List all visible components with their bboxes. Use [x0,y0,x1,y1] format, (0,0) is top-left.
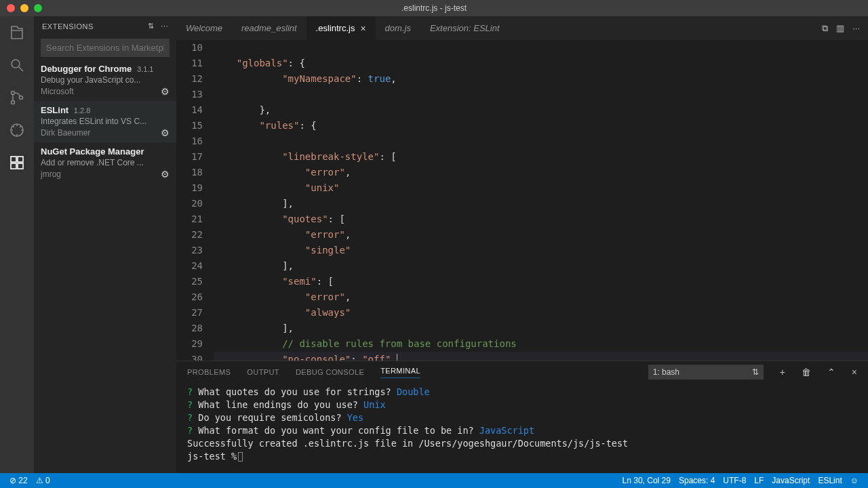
extension-item[interactable]: ESLint 1.2.8 Integrates ESLint into VS C… [34,101,176,142]
line-gutter: 1011121314151617181920212223242526272829… [176,40,214,361]
editor-tab[interactable]: Welcome [176,16,232,40]
explorer-icon[interactable] [7,23,26,42]
bottom-panel: PROBLEMSOUTPUTDEBUG CONSOLETERMINAL1: ba… [176,361,868,473]
svg-point-2 [12,101,15,104]
close-icon[interactable]: × [360,23,366,34]
status-eslint[interactable]: ESLint [814,476,846,485]
close-panel-icon[interactable]: × [852,367,857,378]
filter-icon[interactable]: ⇅ [148,22,155,30]
status-errors[interactable]: ⊘ 22 [5,476,32,485]
gear-icon[interactable]: ⚙ [161,169,170,180]
new-terminal-icon[interactable]: + [780,367,785,378]
panel-tabs: PROBLEMSOUTPUTDEBUG CONSOLETERMINAL1: ba… [176,361,868,383]
gear-icon[interactable]: ⚙ [161,86,170,97]
window-controls [7,4,42,12]
terminal[interactable]: ? What quotes do you use for strings? Do… [176,383,868,473]
svg-rect-5 [11,157,16,162]
extension-item[interactable]: NuGet Package Manager Add or remove .NET… [34,142,176,184]
panel-tab[interactable]: OUTPUT [247,368,279,376]
status-encoding[interactable]: UTF-8 [719,476,750,485]
status-indent[interactable]: Spaces: 4 [675,476,719,485]
status-eol[interactable]: LF [750,476,768,485]
search-icon[interactable] [7,56,26,75]
code-editor[interactable]: 1011121314151617181920212223242526272829… [176,40,868,361]
split-editor-icon[interactable]: ⧉ [822,23,828,34]
status-language[interactable]: JavaScript [768,476,814,485]
editor-tab[interactable]: Extension: ESLint [420,16,509,40]
maximize-window-icon[interactable] [34,4,42,12]
svg-point-3 [20,96,23,100]
panel-tab[interactable]: TERMINAL [380,367,420,378]
panel-tab[interactable]: PROBLEMS [187,368,231,376]
panel-tab[interactable]: DEBUG CONSOLE [296,368,364,376]
minimize-window-icon[interactable] [20,4,28,12]
maximize-panel-icon[interactable]: ⌃ [827,367,835,378]
status-cursor-pos[interactable]: Ln 30, Col 29 [618,476,675,485]
debug-icon[interactable] [7,121,26,140]
close-window-icon[interactable] [7,4,15,12]
svg-rect-8 [18,163,23,169]
status-bar: ⊘ 22 ⚠ 0 Ln 30, Col 29 Spaces: 4 UTF-8 L… [0,473,868,488]
svg-point-1 [12,92,15,95]
extension-item[interactable]: Debugger for Chrome 3.1.1 Debug your Jav… [34,60,176,101]
sidebar-title: EXTENSIONS [42,22,94,30]
svg-rect-6 [18,157,23,162]
window-title: .eslintrc.js - js-test [401,3,467,13]
extensions-icon[interactable] [7,153,26,172]
gear-icon[interactable]: ⚙ [161,127,170,138]
extensions-search-input[interactable] [41,39,170,57]
source-control-icon[interactable] [7,88,26,107]
activity-bar [0,16,34,473]
terminal-select[interactable]: 1: bash⇅ [648,365,764,380]
svg-point-0 [12,60,20,68]
titlebar: .eslintrc.js - js-test [0,0,868,16]
editor-tab[interactable]: dom.js [376,16,420,40]
editor-tab[interactable]: readme_eslint [232,16,307,40]
editor-tabs: Welcomereadme_eslint.eslintrc.js×dom.jsE… [176,16,868,40]
extensions-sidebar: EXTENSIONS ⇅ ··· Debugger for Chrome 3.1… [34,16,176,473]
chevron-updown-icon: ⇅ [752,367,759,377]
layout-icon[interactable]: ▥ [836,23,844,33]
status-feedback-icon[interactable]: ☺ [846,476,863,485]
svg-rect-7 [11,163,16,169]
code-content[interactable]: "globals": { "myNamespace": true, }, "ru… [214,40,868,361]
kill-terminal-icon[interactable]: 🗑 [802,367,811,378]
status-warnings[interactable]: ⚠ 0 [32,476,54,485]
more-icon[interactable]: ··· [852,23,860,33]
editor-tab[interactable]: .eslintrc.js× [307,16,376,40]
more-icon[interactable]: ··· [161,22,168,30]
